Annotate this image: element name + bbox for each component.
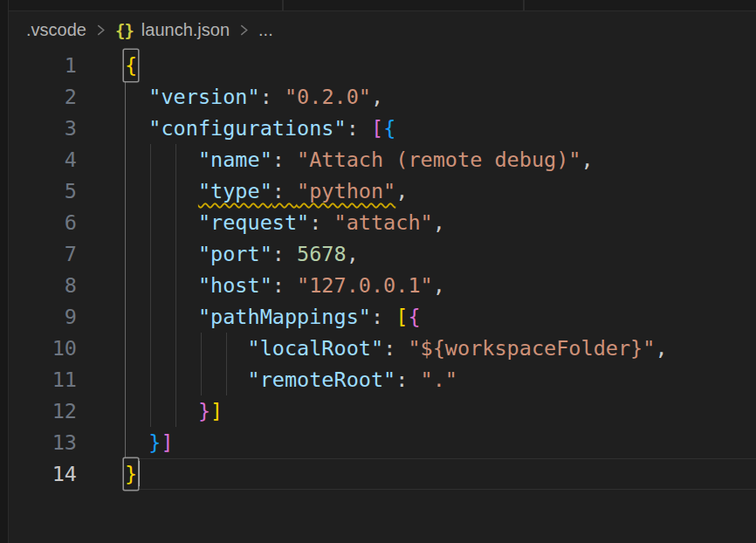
token-pun: : — [260, 85, 285, 109]
breadcrumb-item-launch-json[interactable]: launch.json — [141, 20, 230, 40]
code-line[interactable]: 11 "remoteRoot": "." — [0, 364, 756, 395]
code-line[interactable]: 9 "pathMappings": [{ — [0, 301, 756, 333]
code-line[interactable]: 7 "port": 5678, — [0, 238, 756, 270]
token-pun: , — [433, 273, 445, 298]
token-b2: ] — [161, 430, 173, 455]
code-line[interactable]: 8 "host": "127.0.0.1", — [0, 270, 756, 301]
breadcrumb-ellipsis[interactable]: ... — [258, 20, 273, 40]
code-text: "host": "127.0.0.1", — [124, 270, 445, 301]
line-number[interactable]: 12 — [0, 395, 77, 427]
line-number[interactable]: 8 — [0, 270, 77, 301]
token-pun — [124, 148, 198, 172]
token-pun: , — [371, 85, 383, 109]
token-key: "type" — [198, 179, 272, 203]
token-pun: : — [272, 273, 297, 298]
code-line[interactable]: 14} — [0, 458, 756, 490]
code-line[interactable]: 2 "version": "0.2.0", — [0, 81, 756, 113]
token-b2: } — [198, 399, 210, 423]
token-pun — [124, 242, 198, 266]
code-text: "pathMappings": [{ — [124, 301, 421, 333]
token-pun: : — [309, 210, 333, 235]
token-key: "request" — [198, 210, 309, 235]
token-b3: { — [383, 116, 395, 141]
breadcrumb: .vscode {} launch.json ... — [26, 11, 273, 49]
token-pun: , — [347, 242, 359, 266]
json-braces-icon: {} — [115, 21, 134, 40]
chevron-right-icon — [94, 21, 107, 41]
token-b3: } — [148, 430, 161, 455]
token-key: "remoteRoot" — [247, 368, 395, 392]
warning-squiggle: "type": "python" — [198, 179, 395, 203]
token-str: "python" — [297, 179, 395, 203]
line-number[interactable]: 6 — [0, 207, 77, 238]
line-number[interactable]: 9 — [0, 301, 77, 333]
line-number[interactable]: 3 — [0, 113, 77, 144]
code-line[interactable]: 13 }] — [0, 427, 756, 458]
code-line[interactable]: 1{ — [0, 50, 756, 81]
line-number[interactable]: 1 — [0, 50, 77, 81]
token-pun: : — [347, 116, 371, 141]
code-text: "name": "Attach (remote debug)", — [124, 144, 594, 175]
token-pun: : — [272, 148, 297, 172]
token-pun: : — [272, 242, 297, 266]
token-str: "0.2.0" — [285, 85, 371, 109]
bracket-match: { — [124, 50, 138, 81]
code-line[interactable]: 4 "name": "Attach (remote debug)", — [0, 144, 756, 175]
token-key: "version" — [148, 85, 259, 109]
line-number[interactable]: 5 — [0, 175, 77, 207]
token-key: "configurations" — [148, 116, 346, 141]
token-pun: : — [371, 305, 395, 329]
token-str: "." — [421, 368, 457, 392]
line-number[interactable]: 2 — [0, 81, 77, 113]
code-line[interactable]: 3 "configurations": [{ — [0, 113, 756, 144]
token-str: "attach" — [334, 210, 433, 235]
token-b1: ] — [210, 399, 223, 423]
token-pun: : — [395, 368, 420, 392]
line-number[interactable]: 4 — [0, 144, 77, 175]
token-str: "127.0.0.1" — [297, 273, 433, 298]
code-text: { — [124, 50, 138, 81]
chevron-right-icon — [237, 21, 251, 41]
token-pun — [124, 399, 198, 423]
code-text: "port": 5678, — [124, 238, 359, 270]
line-number[interactable]: 10 — [0, 333, 77, 364]
code-line[interactable]: 5 "type": "python", — [0, 175, 756, 207]
token-key: "localRoot" — [247, 336, 383, 361]
code-line[interactable]: 6 "request": "attach", — [0, 207, 756, 238]
code-line[interactable]: 12 }] — [0, 395, 756, 427]
token-pun — [124, 305, 198, 329]
token-pun — [124, 179, 198, 203]
line-number[interactable]: 14 — [0, 458, 77, 490]
code-text: "localRoot": "${workspaceFolder}", — [124, 333, 668, 364]
line-number[interactable]: 11 — [0, 364, 77, 395]
token-key: "port" — [198, 242, 272, 266]
token-pun — [124, 210, 198, 235]
token-str: "Attach (remote debug)" — [297, 148, 581, 172]
token-str: "${workspaceFolder}" — [408, 336, 655, 361]
code-text: }] — [124, 427, 174, 458]
tab-divider — [282, 0, 284, 10]
token-pun — [124, 430, 148, 455]
code-text: "type": "python", — [124, 175, 408, 207]
token-pun: : — [272, 179, 297, 203]
code-text: "remoteRoot": "." — [124, 364, 457, 395]
code-text: }] — [124, 395, 223, 427]
token-pun: , — [433, 210, 445, 235]
code-line[interactable]: 10 "localRoot": "${workspaceFolder}", — [0, 333, 756, 364]
token-b2: [ — [371, 116, 383, 141]
line-number[interactable]: 7 — [0, 238, 77, 270]
token-b2: { — [408, 305, 420, 329]
token-pun — [124, 273, 198, 298]
token-num: 5678 — [297, 242, 347, 266]
code-text: "version": "0.2.0", — [124, 81, 383, 113]
token-key: "pathMappings" — [198, 305, 371, 329]
breadcrumb-item-vscode[interactable]: .vscode — [26, 20, 86, 40]
tab-strip[interactable] — [8, 0, 756, 11]
code-text: } — [124, 458, 138, 490]
token-pun: : — [383, 336, 408, 361]
tab-divider — [523, 0, 525, 10]
token-pun: , — [655, 336, 667, 361]
bracket-match: } — [124, 458, 138, 490]
token-key: "host" — [198, 273, 272, 298]
line-number[interactable]: 13 — [0, 427, 77, 458]
